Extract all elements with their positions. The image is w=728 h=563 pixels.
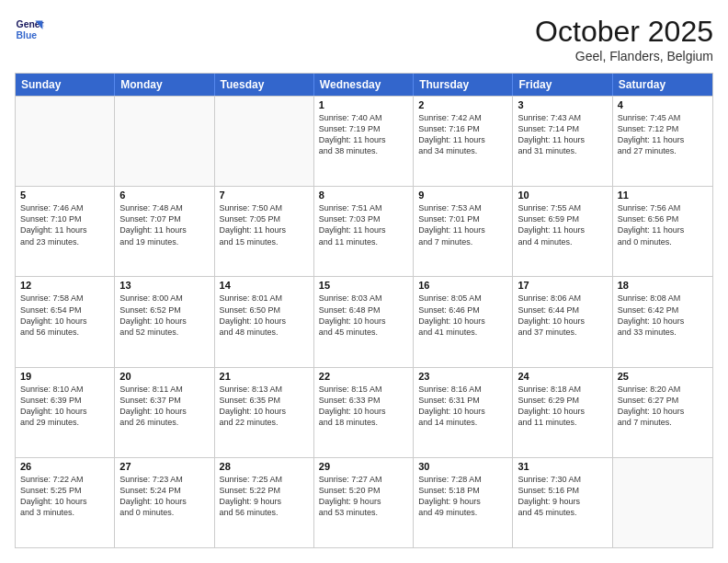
day-cell-14: 14Sunrise: 8:01 AMSunset: 6:50 PMDayligh… (215, 277, 314, 366)
calendar-page: General Blue October 2025 Geel, Flanders… (0, 0, 728, 563)
day-cell-27: 27Sunrise: 7:23 AMSunset: 5:24 PMDayligh… (115, 458, 214, 547)
day-cell-10: 10Sunrise: 7:55 AMSunset: 6:59 PMDayligh… (513, 187, 612, 276)
col-header-monday: Monday (115, 74, 214, 96)
day-info: Sunrise: 7:28 AMSunset: 5:18 PMDaylight:… (418, 474, 507, 519)
day-cell-26: 26Sunrise: 7:22 AMSunset: 5:25 PMDayligh… (16, 458, 115, 547)
day-number: 19 (20, 371, 109, 382)
col-header-saturday: Saturday (613, 74, 712, 96)
day-number: 20 (119, 371, 209, 382)
day-info: Sunrise: 7:48 AMSunset: 7:07 PMDaylight:… (119, 202, 209, 247)
day-cell-2: 2Sunrise: 7:42 AMSunset: 7:16 PMDaylight… (414, 97, 513, 186)
day-number: 22 (319, 371, 408, 382)
day-number: 16 (418, 280, 507, 291)
day-cell-18: 18Sunrise: 8:08 AMSunset: 6:42 PMDayligh… (613, 277, 712, 366)
day-info: Sunrise: 7:23 AMSunset: 5:24 PMDaylight:… (119, 474, 209, 519)
day-cell-6: 6Sunrise: 7:48 AMSunset: 7:07 PMDaylight… (115, 187, 214, 276)
empty-cell-0-2 (215, 97, 314, 186)
day-cell-21: 21Sunrise: 8:13 AMSunset: 6:35 PMDayligh… (215, 368, 314, 457)
day-number: 26 (20, 461, 109, 472)
logo: General Blue (15, 15, 44, 44)
day-info: Sunrise: 8:10 AMSunset: 6:39 PMDaylight:… (20, 384, 109, 429)
day-info: Sunrise: 8:05 AMSunset: 6:46 PMDaylight:… (418, 293, 507, 338)
day-number: 6 (119, 190, 209, 201)
day-number: 29 (319, 461, 408, 472)
col-header-sunday: Sunday (16, 74, 115, 96)
day-cell-17: 17Sunrise: 8:06 AMSunset: 6:44 PMDayligh… (513, 277, 612, 366)
day-number: 24 (518, 371, 607, 382)
svg-text:Blue: Blue (17, 30, 38, 40)
day-cell-19: 19Sunrise: 8:10 AMSunset: 6:39 PMDayligh… (16, 368, 115, 457)
day-info: Sunrise: 7:46 AMSunset: 7:10 PMDaylight:… (20, 202, 109, 247)
day-info: Sunrise: 8:00 AMSunset: 6:52 PMDaylight:… (119, 293, 209, 338)
day-number: 12 (20, 280, 109, 291)
day-cell-11: 11Sunrise: 7:56 AMSunset: 6:56 PMDayligh… (613, 187, 712, 276)
day-number: 9 (418, 190, 507, 201)
day-number: 18 (618, 280, 708, 291)
day-number: 13 (119, 280, 209, 291)
day-cell-30: 30Sunrise: 7:28 AMSunset: 5:18 PMDayligh… (414, 458, 513, 547)
day-cell-8: 8Sunrise: 7:51 AMSunset: 7:03 PMDaylight… (314, 187, 414, 276)
day-number: 11 (618, 190, 708, 201)
day-cell-12: 12Sunrise: 7:58 AMSunset: 6:54 PMDayligh… (16, 277, 115, 366)
col-header-tuesday: Tuesday (215, 74, 314, 96)
day-cell-3: 3Sunrise: 7:43 AMSunset: 7:14 PMDaylight… (513, 97, 612, 186)
day-info: Sunrise: 7:53 AMSunset: 7:01 PMDaylight:… (418, 202, 507, 247)
calendar-header-row: SundayMondayTuesdayWednesdayThursdayFrid… (16, 74, 712, 96)
header: General Blue October 2025 Geel, Flanders… (15, 15, 713, 63)
day-info: Sunrise: 7:30 AMSunset: 5:16 PMDaylight:… (518, 474, 607, 519)
day-info: Sunrise: 8:18 AMSunset: 6:29 PMDaylight:… (518, 384, 607, 429)
day-number: 25 (618, 371, 708, 382)
location-title: Geel, Flanders, Belgium (535, 49, 713, 63)
day-cell-20: 20Sunrise: 8:11 AMSunset: 6:37 PMDayligh… (115, 368, 214, 457)
day-number: 1 (319, 99, 408, 110)
calendar: SundayMondayTuesdayWednesdayThursdayFrid… (15, 73, 713, 548)
day-cell-9: 9Sunrise: 7:53 AMSunset: 7:01 PMDaylight… (414, 187, 513, 276)
day-info: Sunrise: 8:16 AMSunset: 6:31 PMDaylight:… (418, 384, 507, 429)
day-info: Sunrise: 7:50 AMSunset: 7:05 PMDaylight:… (220, 202, 309, 247)
col-header-wednesday: Wednesday (314, 74, 414, 96)
month-title: October 2025 (535, 15, 713, 49)
day-number: 31 (518, 461, 607, 472)
day-info: Sunrise: 7:45 AMSunset: 7:12 PMDaylight:… (618, 112, 708, 157)
day-info: Sunrise: 7:25 AMSunset: 5:22 PMDaylight:… (220, 474, 309, 519)
day-cell-24: 24Sunrise: 8:18 AMSunset: 6:29 PMDayligh… (513, 368, 612, 457)
empty-cell-4-6 (613, 458, 712, 547)
day-cell-7: 7Sunrise: 7:50 AMSunset: 7:05 PMDaylight… (215, 187, 314, 276)
day-cell-25: 25Sunrise: 8:20 AMSunset: 6:27 PMDayligh… (613, 368, 712, 457)
calendar-body: 1Sunrise: 7:40 AMSunset: 7:19 PMDaylight… (16, 96, 712, 547)
empty-cell-0-1 (115, 97, 214, 186)
day-info: Sunrise: 8:08 AMSunset: 6:42 PMDaylight:… (618, 293, 708, 338)
day-info: Sunrise: 7:42 AMSunset: 7:16 PMDaylight:… (418, 112, 507, 157)
day-number: 14 (220, 280, 309, 291)
day-number: 15 (319, 280, 408, 291)
day-number: 28 (220, 461, 309, 472)
day-number: 5 (20, 190, 109, 201)
day-cell-4: 4Sunrise: 7:45 AMSunset: 7:12 PMDaylight… (613, 97, 712, 186)
day-number: 4 (618, 99, 708, 110)
day-number: 3 (518, 99, 607, 110)
empty-cell-0-0 (16, 97, 115, 186)
day-cell-23: 23Sunrise: 8:16 AMSunset: 6:31 PMDayligh… (414, 368, 513, 457)
day-info: Sunrise: 8:20 AMSunset: 6:27 PMDaylight:… (618, 384, 708, 429)
day-info: Sunrise: 7:51 AMSunset: 7:03 PMDaylight:… (319, 202, 408, 247)
day-number: 23 (418, 371, 507, 382)
day-info: Sunrise: 8:03 AMSunset: 6:48 PMDaylight:… (319, 293, 408, 338)
day-number: 2 (418, 99, 507, 110)
day-cell-31: 31Sunrise: 7:30 AMSunset: 5:16 PMDayligh… (513, 458, 612, 547)
calendar-row-0: 1Sunrise: 7:40 AMSunset: 7:19 PMDaylight… (16, 96, 712, 186)
day-info: Sunrise: 8:13 AMSunset: 6:35 PMDaylight:… (220, 384, 309, 429)
day-info: Sunrise: 8:11 AMSunset: 6:37 PMDaylight:… (119, 384, 209, 429)
day-info: Sunrise: 7:27 AMSunset: 5:20 PMDaylight:… (319, 474, 408, 519)
day-cell-5: 5Sunrise: 7:46 AMSunset: 7:10 PMDaylight… (16, 187, 115, 276)
day-cell-16: 16Sunrise: 8:05 AMSunset: 6:46 PMDayligh… (414, 277, 513, 366)
day-cell-29: 29Sunrise: 7:27 AMSunset: 5:20 PMDayligh… (314, 458, 414, 547)
day-number: 21 (220, 371, 309, 382)
calendar-row-4: 26Sunrise: 7:22 AMSunset: 5:25 PMDayligh… (16, 457, 712, 547)
logo-icon: General Blue (15, 15, 44, 44)
day-number: 27 (119, 461, 209, 472)
day-number: 8 (319, 190, 408, 201)
day-info: Sunrise: 7:58 AMSunset: 6:54 PMDaylight:… (20, 293, 109, 338)
day-info: Sunrise: 8:15 AMSunset: 6:33 PMDaylight:… (319, 384, 408, 429)
day-info: Sunrise: 8:06 AMSunset: 6:44 PMDaylight:… (518, 293, 607, 338)
day-cell-1: 1Sunrise: 7:40 AMSunset: 7:19 PMDaylight… (314, 97, 414, 186)
